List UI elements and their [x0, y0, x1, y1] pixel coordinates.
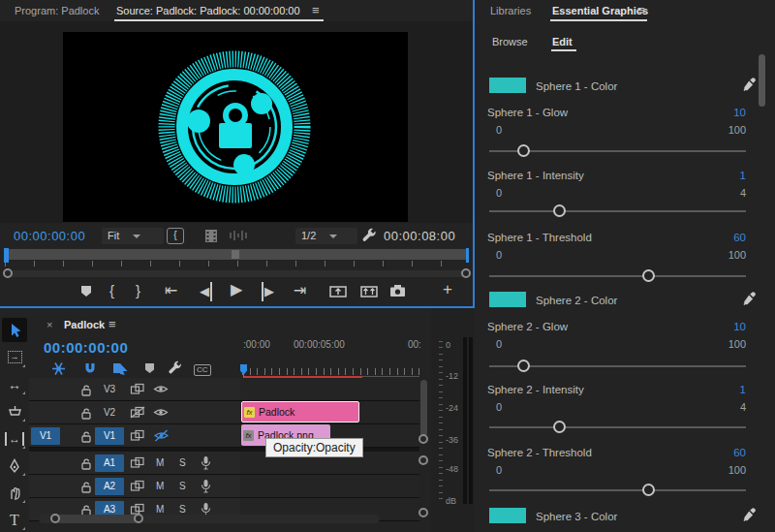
tab-source[interactable]: Source: Padlock: Padlock: 00:00:00:00 [116, 0, 300, 21]
source-patch-v1[interactable]: V1 [31, 427, 60, 445]
lock-icon[interactable] [79, 407, 93, 420]
h-scrollbar-thumb[interactable] [52, 515, 140, 523]
mark-in-icon[interactable]: { [109, 281, 114, 300]
tab-browse[interactable]: Browse [492, 31, 528, 52]
tab-essential-graphics[interactable]: Essential Graphics [552, 0, 648, 21]
track-select-forward-tool[interactable]: → [2, 345, 27, 369]
track-label[interactable]: V1 [95, 427, 124, 445]
lock-icon[interactable] [79, 430, 93, 443]
lock-icon[interactable] [79, 384, 93, 396]
scrubber-zoom-handle[interactable] [232, 250, 239, 259]
slider-track[interactable] [489, 365, 746, 367]
panel-menu-icon[interactable]: ≡ [312, 0, 320, 21]
scrollbar-track[interactable] [8, 270, 465, 277]
ripple-edit-tool[interactable]: ↔ [2, 372, 27, 396]
track-output-eye-icon[interactable] [153, 407, 169, 418]
color-swatch[interactable] [489, 508, 526, 523]
lock-icon[interactable] [79, 481, 93, 493]
selection-tool[interactable] [2, 318, 27, 342]
v-scrollbar-thumb[interactable] [420, 380, 427, 436]
control-value[interactable]: 10 [705, 107, 746, 118]
slider-thumb[interactable] [517, 144, 530, 157]
track-label[interactable]: A1 [95, 454, 124, 472]
playback-resolution-dropdown[interactable]: 1/2 [295, 228, 357, 244]
razor-tool[interactable] [2, 399, 27, 423]
sync-lock-icon[interactable] [130, 429, 145, 442]
voiceover-mic-icon[interactable] [200, 479, 212, 494]
track-label[interactable]: A2 [95, 478, 124, 495]
control-value[interactable]: 10 [705, 321, 746, 332]
voiceover-mic-icon[interactable] [200, 455, 212, 471]
hand-tool[interactable] [2, 481, 27, 505]
source-timecode[interactable]: 00:00:00:00 [14, 229, 85, 243]
bracket-button[interactable]: { [167, 228, 184, 244]
slider-track[interactable] [489, 275, 746, 277]
zoom-level-dropdown[interactable]: Fit [102, 228, 164, 244]
close-tab-icon[interactable]: × [46, 312, 52, 337]
sync-lock-icon[interactable] [130, 480, 145, 492]
track-output-eye-icon[interactable] [153, 384, 169, 394]
add-marker-icon[interactable] [143, 362, 156, 374]
solo-button[interactable]: S [179, 504, 186, 515]
control-value[interactable]: 60 [705, 232, 746, 243]
mute-button[interactable]: M [156, 504, 164, 515]
slider-thumb[interactable] [642, 484, 655, 496]
timeline-timecode[interactable]: 00:00:00:00 [44, 339, 128, 356]
h-zoom-left-handle[interactable] [50, 514, 60, 523]
v-scroll-handle[interactable] [418, 434, 428, 444]
track-label[interactable]: V2 [95, 404, 124, 422]
drag-video-only-icon[interactable] [203, 229, 219, 243]
source-playhead[interactable] [4, 248, 9, 263]
step-back-icon[interactable]: ◀ [200, 282, 212, 301]
v-scroll-handle[interactable] [418, 455, 428, 465]
monitor-scrollbar[interactable] [0, 267, 473, 279]
slider-track[interactable] [489, 150, 746, 152]
lift-icon[interactable] [329, 284, 347, 297]
slider-thumb[interactable] [517, 360, 530, 372]
captions-icon[interactable]: CC [194, 364, 211, 376]
snap-magnet-icon[interactable] [82, 361, 98, 376]
nest-toggle-icon[interactable] [50, 360, 67, 377]
eyedropper-icon[interactable] [742, 292, 757, 306]
timeline-ruler[interactable] [242, 368, 419, 375]
linked-selection-icon[interactable] [112, 360, 129, 377]
control-value[interactable]: 60 [705, 447, 746, 458]
timeline-settings-wrench-icon[interactable] [168, 360, 183, 376]
add-marker-icon[interactable] [79, 285, 93, 297]
sync-lock-icon[interactable] [130, 383, 145, 395]
lock-icon[interactable] [79, 457, 93, 470]
timeline-tab-label[interactable]: Padlock [64, 312, 105, 337]
pen-tool[interactable] [2, 454, 27, 478]
panel-menu-icon[interactable]: ≡ [637, 0, 645, 21]
control-value[interactable]: 1 [705, 384, 746, 395]
extract-icon[interactable] [360, 284, 378, 297]
track-output-off-eye-icon[interactable] [153, 429, 170, 442]
slider-thumb[interactable] [642, 269, 655, 282]
panel-menu-icon[interactable]: ≡ [108, 312, 116, 337]
sync-lock-off-icon[interactable] [130, 406, 145, 419]
type-tool[interactable]: T [2, 508, 27, 532]
eyedropper-icon[interactable] [742, 508, 757, 522]
export-frame-camera-icon[interactable] [389, 284, 406, 297]
go-to-out-icon[interactable]: ⇥ [294, 281, 306, 300]
step-forward-icon[interactable]: ▶ [262, 282, 274, 301]
slider-track[interactable] [489, 210, 746, 212]
drag-audio-only-icon[interactable] [229, 230, 248, 241]
color-swatch[interactable] [489, 78, 526, 93]
color-swatch[interactable] [489, 292, 526, 307]
scrollbar-left-handle[interactable] [3, 268, 13, 278]
mute-button[interactable]: M [156, 457, 164, 468]
play-icon[interactable]: ▶ [231, 280, 242, 299]
eyedropper-icon[interactable] [742, 78, 757, 92]
slider-thumb[interactable] [553, 421, 566, 433]
track-label[interactable]: V3 [95, 381, 124, 398]
clip-padlock[interactable]: fx Padlock [241, 401, 359, 422]
tab-program[interactable]: Program: Padlock [15, 0, 99, 21]
mark-out-icon[interactable]: } [136, 281, 140, 300]
solo-button[interactable]: S [179, 481, 186, 491]
tab-libraries[interactable]: Libraries [490, 0, 531, 21]
solo-button[interactable]: S [179, 457, 186, 468]
control-value[interactable]: 1 [705, 170, 746, 181]
sync-lock-icon[interactable] [130, 456, 145, 469]
h-zoom-right-handle[interactable] [134, 514, 143, 523]
